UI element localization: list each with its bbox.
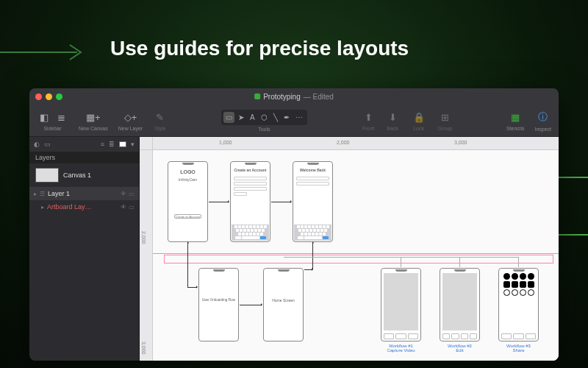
layers-section-header: Layers bbox=[29, 152, 139, 163]
maximize-button[interactable] bbox=[56, 93, 62, 100]
logo-label: LOGO bbox=[168, 169, 207, 174]
new-canvas-icon[interactable]: ▦+ bbox=[83, 110, 104, 124]
create-account-button: Create an Account bbox=[174, 214, 201, 219]
keyboard-icon bbox=[294, 224, 331, 241]
new-layer-icon[interactable]: ◇+ bbox=[121, 110, 140, 124]
workflow2-label: Workflow #2Edit bbox=[440, 344, 480, 353]
style-label: Style bbox=[154, 126, 166, 131]
lock-icon[interactable]: 🔒 bbox=[410, 110, 428, 124]
swatch-white-icon[interactable] bbox=[119, 141, 126, 147]
new-canvas-label: New Canvas bbox=[79, 126, 108, 131]
tools-label: Tools bbox=[258, 127, 270, 132]
group-icon[interactable]: ⊞ bbox=[438, 110, 452, 124]
canvas-content[interactable]: LOGO InfinityCam Create an Account Creat… bbox=[153, 150, 559, 361]
document-title: Prototyping — Edited bbox=[254, 93, 334, 101]
mockup-workflow-2[interactable] bbox=[440, 268, 480, 342]
workflow3-label: Workflow #3Share bbox=[498, 344, 539, 353]
layer-type-icon: ☰ bbox=[40, 191, 45, 197]
pointer-tool-icon[interactable]: ➤ bbox=[236, 112, 246, 123]
more-tool-icon[interactable]: ⋯ bbox=[293, 112, 305, 123]
tree-line bbox=[284, 257, 519, 258]
welcome-title: Welcome Back bbox=[293, 168, 332, 172]
back-icon[interactable]: ⬇ bbox=[386, 110, 400, 124]
canvas-item[interactable]: Canvas 1 bbox=[29, 163, 139, 187]
document-name: Prototyping bbox=[263, 93, 301, 101]
layer-row-artboard[interactable]: ▸ Artboard Lay… 👁▭ bbox=[29, 200, 139, 213]
align2-icon[interactable]: ≣ bbox=[109, 141, 115, 148]
document-status: — Edited bbox=[304, 93, 334, 101]
fill-swatch-icon[interactable]: ◐ bbox=[34, 141, 40, 148]
layer-name: Layer 1 bbox=[48, 190, 118, 197]
ruler-tick: 2,000 bbox=[141, 231, 146, 244]
document-icon bbox=[254, 93, 260, 99]
sidebar-panel: ◐ ▭ ≡ ≣ ▾ Layers Canvas 1 ▸ ☰ Layer 1 👁▭… bbox=[29, 137, 140, 361]
ruler-vertical[interactable]: 2,000 3,000 bbox=[140, 150, 153, 361]
stroke-swatch-icon[interactable]: ▭ bbox=[44, 141, 51, 148]
ruler-tick: 1,000 bbox=[219, 140, 232, 145]
home-label: Home Screen bbox=[264, 298, 303, 302]
front-label: Front bbox=[362, 126, 374, 131]
close-button[interactable] bbox=[35, 93, 42, 100]
tree-line bbox=[401, 257, 401, 267]
guide-selection[interactable] bbox=[164, 255, 553, 263]
pen-tool-icon[interactable]: ✒ bbox=[282, 112, 292, 123]
mockup-home[interactable]: Home Screen bbox=[263, 268, 304, 342]
titlebar: Prototyping — Edited bbox=[29, 88, 559, 105]
onboarding-label: User Onboarding Flow bbox=[199, 298, 238, 302]
flow-arrow bbox=[187, 243, 188, 287]
ruler-horizontal[interactable]: 1,000 2,000 3,000 bbox=[153, 137, 559, 150]
select-tool-icon[interactable]: ▭ bbox=[223, 112, 234, 123]
mockup-intro[interactable]: LOGO InfinityCam Create an Account bbox=[168, 161, 208, 242]
stencils-label: Stencils bbox=[506, 126, 525, 131]
ruler-corner bbox=[140, 137, 153, 150]
stencils-icon[interactable]: ▦ bbox=[508, 110, 523, 124]
sidebar-list-icon[interactable]: ≣ bbox=[54, 110, 68, 124]
tools-cluster: ▭ ➤ A ⬡ ╲ ✒ ⋯ bbox=[221, 110, 307, 125]
lock-label: Lock bbox=[413, 126, 424, 131]
style-icon[interactable]: ✎ bbox=[153, 110, 167, 124]
inspect-icon[interactable]: ⓘ bbox=[535, 109, 551, 125]
mockup-welcome[interactable]: Welcome Back bbox=[293, 161, 333, 242]
decor-arrow-left bbox=[0, 41, 88, 63]
layer-row-1[interactable]: ▸ ☰ Layer 1 👁▭ bbox=[29, 187, 139, 200]
flow-arrow bbox=[304, 269, 312, 270]
line-tool-icon[interactable]: ╲ bbox=[271, 112, 280, 123]
align-icon[interactable]: ≡ bbox=[101, 141, 104, 148]
traffic-lights bbox=[35, 93, 62, 100]
canvas-name: Canvas 1 bbox=[63, 171, 91, 179]
app-window: Prototyping — Edited ◧ ≣ Sidebar ▦+ New … bbox=[29, 88, 559, 361]
keyboard-icon bbox=[232, 224, 269, 241]
headline-text: Use guides for precise layouts bbox=[110, 37, 409, 60]
canvas-area[interactable]: 1,000 2,000 3,000 2,000 3,000 LOGO Infin… bbox=[140, 137, 559, 361]
sidebar-toggle-icon[interactable]: ◧ bbox=[37, 110, 51, 124]
sidebar-label: Sidebar bbox=[43, 126, 61, 131]
mockup-create-account[interactable]: Create an Account bbox=[230, 161, 270, 242]
layer-expand-icon[interactable]: ▸ bbox=[34, 191, 37, 197]
layer-visible-icon[interactable]: 👁 bbox=[121, 191, 126, 197]
flow-arrow bbox=[209, 202, 229, 202]
layer-expand-icon[interactable]: ▸ bbox=[41, 204, 44, 210]
flow-arrow bbox=[271, 202, 291, 202]
layer-visible-icon[interactable]: 👁 bbox=[121, 204, 126, 210]
ruler-tick: 3,000 bbox=[141, 342, 146, 355]
new-layer-label: New Layer bbox=[118, 126, 143, 131]
flow-arrow bbox=[187, 287, 197, 288]
mockup-workflow-3[interactable] bbox=[498, 268, 539, 342]
minimize-button[interactable] bbox=[46, 93, 52, 100]
layer-lock-icon[interactable]: ▭ bbox=[129, 191, 135, 197]
workflow1-label: Workflow #1Capture Video bbox=[381, 344, 421, 353]
layer-lock-icon[interactable]: ▭ bbox=[129, 204, 135, 210]
create-title: Create an Account bbox=[231, 168, 270, 172]
ruler-tick: 2,000 bbox=[337, 140, 350, 145]
mockup-workflow-1[interactable] bbox=[381, 268, 421, 342]
mockup-onboarding[interactable]: User Onboarding Flow bbox=[198, 268, 239, 342]
ruler-tick: 3,000 bbox=[454, 140, 467, 145]
shape-tool-icon[interactable]: ⬡ bbox=[259, 112, 270, 123]
front-icon[interactable]: ⬆ bbox=[362, 110, 376, 124]
tree-line bbox=[459, 257, 460, 267]
back-label: Back bbox=[387, 126, 398, 131]
guide-horizontal[interactable] bbox=[153, 253, 559, 254]
chevron-down-icon[interactable]: ▾ bbox=[131, 141, 135, 148]
toolbar: ◧ ≣ Sidebar ▦+ New Canvas ◇+ New Layer ✎… bbox=[29, 105, 559, 137]
text-tool-icon[interactable]: A bbox=[248, 112, 257, 123]
